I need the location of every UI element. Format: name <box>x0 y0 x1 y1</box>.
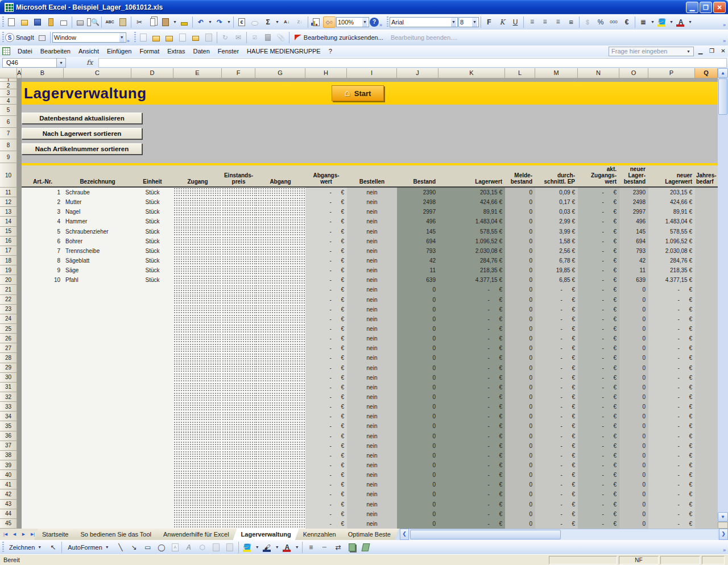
horizontal-scroll-thumb[interactable] <box>410 530 561 539</box>
cell-E38[interactable] <box>173 451 222 460</box>
cell-E20[interactable] <box>173 275 222 285</box>
cell-J14[interactable]: 496 <box>397 217 439 226</box>
cell-P12[interactable]: 424,66 € <box>648 197 695 207</box>
row-header-10[interactable]: 10 <box>0 163 17 188</box>
cell-D22[interactable] <box>131 295 173 305</box>
cell-G14[interactable] <box>255 217 305 226</box>
cell-M32[interactable]: - € <box>535 392 578 402</box>
cell-L45[interactable]: 0 <box>505 519 535 529</box>
cell-Q18[interactable] <box>695 256 718 265</box>
cell-C15[interactable]: Schraubenzieher <box>64 227 131 236</box>
cell-D20[interactable]: Stück <box>131 275 173 285</box>
cell-Q43[interactable] <box>695 500 718 509</box>
cell-F37[interactable] <box>222 441 255 451</box>
row-header-37[interactable]: 37 <box>0 441 17 451</box>
cell-L40[interactable]: 0 <box>505 470 535 480</box>
cell-I12[interactable]: nein <box>347 197 397 207</box>
cell-J16[interactable]: 694 <box>397 236 439 246</box>
row-header-26[interactable]: 26 <box>0 334 17 343</box>
cell-M38[interactable]: - € <box>535 451 578 460</box>
row-header-18[interactable]: 18 <box>0 256 17 265</box>
cell-I27[interactable]: nein <box>347 343 397 353</box>
toolbar-options-icon[interactable]: » <box>127 38 130 44</box>
cell-H25[interactable]: - € <box>305 324 347 334</box>
cell-C19[interactable]: Säge <box>64 265 131 275</box>
row-header-4[interactable]: 4 <box>0 97 17 105</box>
column-header-F[interactable]: F <box>222 68 255 78</box>
cell-F35[interactable] <box>222 421 255 431</box>
cell-I35[interactable]: nein <box>347 421 397 431</box>
cell-G23[interactable] <box>255 305 305 314</box>
cell-D28[interactable] <box>131 353 173 363</box>
cell-O17[interactable]: 793 <box>619 246 648 256</box>
cell-N32[interactable]: - € <box>578 392 619 402</box>
cell-J12[interactable]: 2498 <box>397 197 439 207</box>
cell-Q41[interactable] <box>695 480 718 489</box>
cell-M39[interactable]: - € <box>535 460 578 470</box>
next-comment-icon[interactable] <box>163 32 176 43</box>
cell-N45[interactable]: - € <box>578 519 619 529</box>
cell-D12[interactable]: Stück <box>131 197 173 207</box>
cell-N30[interactable]: - € <box>578 373 619 383</box>
cell-K13[interactable]: 89,91 € <box>439 207 505 217</box>
borders-dropdown-icon[interactable]: ▼ <box>650 20 655 24</box>
row-header-23[interactable]: 23 <box>0 305 17 314</box>
cell-C41[interactable] <box>64 480 131 489</box>
cell-I28[interactable]: nein <box>347 353 397 363</box>
cell-C22[interactable] <box>64 295 131 305</box>
cell-E32[interactable] <box>173 392 222 402</box>
cell-H44[interactable]: - € <box>305 509 347 519</box>
cell-I11[interactable]: nein <box>347 188 397 197</box>
cell-E31[interactable] <box>173 383 222 392</box>
cell-M45[interactable]: - € <box>535 519 578 529</box>
cell-D17[interactable]: Stück <box>131 246 173 256</box>
autoformen-button[interactable]: AutoFormen▼ <box>64 542 113 553</box>
size-dropdown-icon[interactable]: ▼ <box>472 18 477 27</box>
cell-P36[interactable]: - € <box>648 431 695 441</box>
cell-M28[interactable]: - € <box>535 353 578 363</box>
cell-F36[interactable] <box>222 431 255 441</box>
cell-O38[interactable]: 0 <box>619 451 648 460</box>
snagit-mode-combobox[interactable]: Window▼ <box>52 32 126 43</box>
arrow-icon[interactable]: ↘ <box>128 542 140 553</box>
cell-H28[interactable]: - € <box>305 353 347 363</box>
cell-B23[interactable] <box>22 305 64 314</box>
cell-G44[interactable] <box>255 509 305 519</box>
spelling-icon[interactable]: ABC <box>104 16 116 28</box>
toolbar-options-icon[interactable]: » <box>723 547 726 553</box>
cell-B36[interactable] <box>22 431 64 441</box>
cell-E24[interactable] <box>173 314 222 324</box>
cell-D43[interactable] <box>131 500 173 509</box>
row-header-35[interactable]: 35 <box>0 421 17 431</box>
cell-F11[interactable] <box>222 188 255 197</box>
cell-G42[interactable] <box>255 489 305 499</box>
cell-D40[interactable] <box>131 470 173 480</box>
row-header-3[interactable]: 3 <box>0 89 17 97</box>
cell-C21[interactable] <box>64 285 131 294</box>
sort-by-value-button[interactable]: Nach Lagerwert sortieren <box>22 128 142 139</box>
cell-Q11[interactable] <box>695 188 718 197</box>
cell-E16[interactable] <box>173 236 222 246</box>
cell-N44[interactable]: - € <box>578 509 619 519</box>
mail-recipient-icon[interactable]: ✉ <box>232 32 245 43</box>
cell-M31[interactable]: - € <box>535 383 578 392</box>
cell-G35[interactable] <box>255 421 305 431</box>
cell-C26[interactable] <box>64 334 131 343</box>
cell-K15[interactable]: 578,55 € <box>439 227 505 236</box>
update-data-button[interactable]: Datenbestand aktualisieren <box>22 113 142 124</box>
cell-J31[interactable]: 0 <box>397 383 439 392</box>
cell-M16[interactable]: 1,58 € <box>535 236 578 246</box>
cell-O22[interactable]: 0 <box>619 295 648 305</box>
cell-B41[interactable] <box>22 480 64 489</box>
cell-G32[interactable] <box>255 392 305 402</box>
vertical-scroll-thumb[interactable] <box>718 78 727 115</box>
cell-Q39[interactable] <box>695 460 718 470</box>
cell-L39[interactable]: 0 <box>505 460 535 470</box>
cell-I18[interactable]: nein <box>347 256 397 265</box>
cell-B26[interactable] <box>22 334 64 343</box>
cell-C25[interactable] <box>64 324 131 334</box>
cell-N42[interactable]: - € <box>578 489 619 499</box>
cell-I33[interactable]: nein <box>347 402 397 412</box>
cell-E28[interactable] <box>173 353 222 363</box>
cell-L25[interactable]: 0 <box>505 324 535 334</box>
